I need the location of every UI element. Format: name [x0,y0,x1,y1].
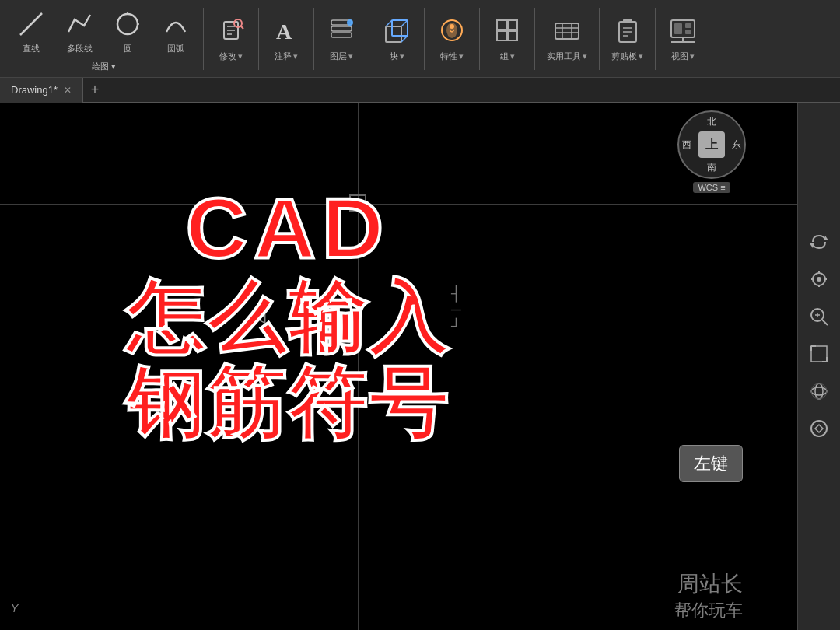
tab-name: Drawing1* [11,84,58,96]
clipboard-chevron-icon: ▾ [639,51,643,61]
arc-tool[interactable]: 圆弧 [152,5,199,58]
svg-point-62 [811,383,827,399]
main-area: ◁ ┤─┘ CAD 怎么输入 钢筋符号 Y 左键 周站长 帮你玩车 北 南 西 … [0,103,840,630]
sidebar-misc-icon[interactable] [802,411,836,446]
compass-circle: 北 南 西 东 上 [677,110,746,179]
wcs-label: WCS ≡ [693,182,730,193]
draw-section: 直线 多段线 圆 [8,5,199,72]
line-tool[interactable]: 直线 [8,5,54,58]
tab-add-button[interactable]: + [83,78,107,103]
layer-label: 图层 [330,51,347,62]
compass-west: 西 [682,138,691,152]
utility-icon [551,15,583,46]
clipboard-tool[interactable]: 剪贴板 ▾ [604,12,651,65]
group-icon [492,15,523,46]
divider-6 [479,8,480,70]
draw-section-label: 绘图 ▾ [92,61,116,72]
compass-widget: 北 南 西 东 上 WCS ≡ [673,110,751,204]
block-label: 块 [390,51,398,62]
polyline-icon [64,9,95,40]
svg-line-20 [401,36,408,42]
clipboard-label: 剪贴板 [611,51,637,62]
left-key-button[interactable]: 左键 [679,445,743,482]
watermark: 周站长 帮你玩车 [674,569,743,622]
sidebar-orbit-icon[interactable] [802,374,836,408]
properties-label: 特性 [440,51,457,62]
clipboard-icon [612,15,643,46]
modify-chevron-icon: ▾ [238,51,243,61]
svg-rect-13 [331,26,352,31]
svg-rect-16 [386,26,401,42]
tab-bar: Drawing1* ✕ + [0,78,840,103]
draw-chevron-icon: ▾ [111,61,116,72]
annotate-tool[interactable]: A 注释 ▾ [263,12,310,65]
compass-center-button[interactable]: 上 [698,131,725,158]
title-line3: 钢筋符号 [39,360,537,446]
svg-rect-40 [674,23,682,34]
arc-label: 圆弧 [167,43,184,54]
layer-chevron-icon: ▾ [348,51,353,61]
group-tool[interactable]: 组 ▾ [484,12,530,65]
compass-south: 南 [707,161,716,174]
sidebar-extents-icon[interactable] [802,337,836,371]
line-icon [16,9,47,40]
divider-1 [203,8,204,70]
annotate-chevron-icon: ▾ [293,51,298,61]
circle-tool[interactable]: 圆 [104,5,151,58]
divider-8 [599,8,600,70]
annotate-label: 注释 [275,51,292,62]
polyline-label: 多段线 [67,43,93,54]
divider-5 [424,8,425,70]
divider-9 [655,8,656,70]
view-label: 视图 [671,51,688,62]
circle-label: 圆 [124,43,132,54]
view-tool[interactable]: 视图 ▾ [660,12,706,65]
polyline-tool[interactable]: 多段线 [56,5,103,58]
svg-line-0 [20,13,42,35]
modify-icon [215,15,247,46]
svg-rect-12 [331,33,352,37]
layer-tool[interactable]: 图层 ▾ [318,12,365,65]
svg-point-50 [817,277,821,282]
circle-icon [112,9,143,40]
view-chevron-icon: ▾ [690,51,695,61]
svg-rect-41 [685,23,691,28]
drawing-tab[interactable]: Drawing1* ✕ [0,78,83,103]
properties-chevron-icon: ▾ [459,51,464,61]
svg-point-15 [347,19,353,26]
block-chevron-icon: ▾ [400,51,404,61]
properties-tool[interactable]: 特性 ▾ [429,12,475,65]
svg-point-60 [811,387,827,395]
sidebar-zoom-icon[interactable] [802,299,836,334]
block-icon [381,15,412,46]
divider-7 [534,8,535,70]
right-sidebar [797,103,840,630]
svg-rect-27 [555,23,579,39]
block-tool[interactable]: 块 ▾ [373,12,420,65]
annotate-icon: A [271,15,302,46]
toolbar: 直线 多段线 圆 [0,0,840,78]
svg-line-10 [240,26,243,29]
svg-line-19 [401,20,408,26]
group-label: 组 [500,51,509,62]
tab-close-button[interactable]: ✕ [64,85,72,96]
utility-label: 实用工具 [547,51,581,62]
svg-point-22 [450,24,454,29]
layer-icon [326,15,357,46]
sidebar-rotate-icon[interactable] [802,225,836,259]
title-line2: 怎么输入 [39,275,537,360]
modify-tool[interactable]: 修改 ▾ [208,12,254,65]
sidebar-pan-icon[interactable] [802,262,836,296]
utility-chevron-icon: ▾ [583,51,587,61]
compass-north: 北 [707,115,716,128]
utility-tool[interactable]: 实用工具 ▾ [539,12,595,65]
canvas-area[interactable]: ◁ ┤─┘ CAD 怎么输入 钢筋符号 Y 左键 周站长 帮你玩车 北 南 西 … [0,103,797,630]
compass-east: 东 [732,138,741,152]
svg-line-52 [822,320,828,325]
y-axis-label: Y [11,602,18,614]
svg-rect-55 [811,346,827,362]
modify-label: 修改 [219,51,236,62]
title-line1: CAD [39,180,537,275]
overlay-title: CAD 怎么输入 钢筋符号 [39,180,537,446]
group-chevron-icon: ▾ [510,51,515,61]
